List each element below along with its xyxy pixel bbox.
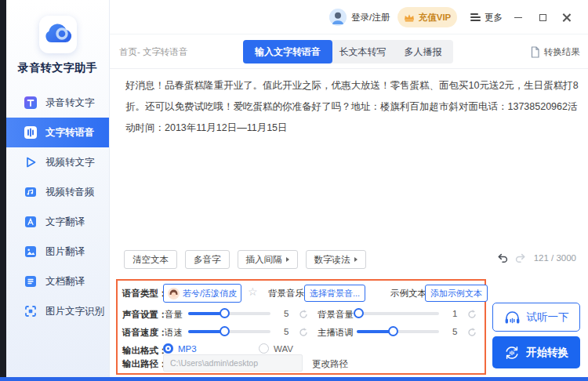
change-path-link[interactable]: 更改路径 bbox=[312, 358, 348, 370]
sidebar-item-text-translate[interactable]: 文字翻译 bbox=[6, 207, 109, 237]
maximize-icon bbox=[539, 14, 546, 21]
sidebar-item-label: 视频转音频 bbox=[45, 186, 95, 199]
tab-long-text[interactable]: 长文本转写 bbox=[332, 40, 393, 64]
minimize-button[interactable] bbox=[511, 10, 525, 24]
editor-toolbar: 清空文本 多音字 插入间隔 数字读法 121 / 3000 bbox=[110, 250, 588, 270]
tab-bar: 输入文字转语音 长文本转写 多人播报 bbox=[243, 40, 453, 64]
more-button[interactable]: 更多 bbox=[485, 12, 503, 24]
output-path-input[interactable] bbox=[163, 354, 303, 372]
result-doc-icon bbox=[530, 46, 540, 58]
cloud-logo-icon bbox=[43, 22, 73, 47]
close-button[interactable] bbox=[559, 10, 573, 24]
equalizer-icon bbox=[24, 125, 38, 140]
sidebar-item-label: 图片翻译 bbox=[45, 245, 85, 259]
vip-button[interactable]: 充值VIP bbox=[397, 7, 457, 27]
mp3-label: MP3 bbox=[178, 344, 197, 354]
sidebar-item-label: 录音转文字 bbox=[45, 96, 95, 110]
rate-value: 5 bbox=[284, 327, 289, 336]
app-title: 录音转文字助手 bbox=[6, 61, 109, 75]
menu-icon[interactable] bbox=[470, 13, 481, 21]
preview-button[interactable]: 试听一下 bbox=[492, 303, 580, 332]
polyphone-button[interactable]: 多音字 bbox=[185, 250, 230, 269]
settings-panel: 语音类型： 若兮/活泼俏皮 背景音乐 选择背景音... 示例文本 添加示例文本 bbox=[116, 279, 486, 375]
slider-thumb[interactable] bbox=[354, 308, 364, 318]
headphone-icon bbox=[504, 310, 521, 325]
titlebar: 登录/注册 充值VIP 更多 bbox=[110, 0, 588, 34]
voice-select-button[interactable]: 若兮/活泼俏皮 bbox=[163, 284, 241, 303]
right-triangle-icon bbox=[354, 257, 358, 262]
sidebar-item-label: 文档翻译 bbox=[45, 275, 85, 288]
sidebar-item-text-to-speech[interactable]: 文字转语音 bbox=[6, 118, 109, 147]
slider-thumb[interactable] bbox=[220, 326, 230, 336]
sidebar-item-label: 文字转语音 bbox=[45, 126, 95, 140]
breadcrumb: 首页- 文字转语音 bbox=[119, 34, 188, 69]
bg-volume-reset-icon[interactable] bbox=[467, 310, 477, 319]
slider-thumb[interactable] bbox=[220, 308, 230, 318]
letter-t-icon bbox=[24, 96, 38, 110]
char-counter: 121 / 3000 bbox=[534, 253, 576, 263]
output-path-label: 输出路径： bbox=[122, 358, 168, 370]
favorite-star-icon[interactable] bbox=[248, 285, 258, 298]
bg-volume-slider[interactable] bbox=[357, 312, 439, 315]
rate-reset-icon[interactable] bbox=[299, 328, 308, 337]
select-bgm-button[interactable]: 选择背景音... bbox=[304, 285, 365, 302]
insert-pause-label: 插入间隔 bbox=[246, 254, 282, 266]
volume-label: 音量 bbox=[165, 309, 183, 321]
tab-multi-speaker[interactable]: 多人播报 bbox=[393, 40, 453, 64]
clear-text-label: 清空文本 bbox=[132, 254, 169, 266]
vip-label: 充值VIP bbox=[419, 12, 452, 24]
tab-input-text-to-speech[interactable]: 输入文字转语音 bbox=[243, 40, 332, 64]
login-register-link[interactable]: 登录/注册 bbox=[351, 12, 390, 24]
rate-slider[interactable] bbox=[188, 330, 270, 333]
tone-label: 主播语调 bbox=[318, 327, 354, 339]
sidebar-item-label: 文字翻译 bbox=[45, 216, 85, 229]
sidebar-item-ocr[interactable]: 图片文字识别 bbox=[6, 296, 109, 326]
sidebar-item-label: 图片文字识别 bbox=[45, 305, 104, 318]
number-reading-button[interactable]: 数字读法 bbox=[306, 250, 366, 269]
sidebar: 录音转文字助手 录音转文字 文字转语音 bbox=[6, 0, 110, 377]
select-bgm-label: 选择背景音... bbox=[310, 288, 360, 299]
insert-pause-button[interactable]: 插入间隔 bbox=[238, 250, 298, 269]
translate-icon bbox=[24, 215, 38, 229]
convert-button[interactable]: 开始转换 bbox=[492, 336, 580, 368]
main-area: 登录/注册 充值VIP 更多 首页- 文字转语音 输入文字转语音 长文本转写 bbox=[110, 0, 588, 377]
clear-text-button[interactable]: 清空文本 bbox=[124, 250, 177, 269]
text-editor[interactable]: 好消息！品春蛋糕隆重开业了。值此开业之际，优惠大放送！零售蛋糕、面包买10元送2… bbox=[125, 75, 582, 139]
volume-slider[interactable] bbox=[188, 312, 270, 315]
result-label: 转换结果 bbox=[544, 46, 580, 58]
user-avatar[interactable] bbox=[329, 9, 347, 26]
tone-value: 5 bbox=[452, 327, 457, 336]
volume-value: 5 bbox=[284, 309, 289, 318]
convert-label: 开始转换 bbox=[526, 346, 568, 360]
number-reading-label: 数字读法 bbox=[314, 254, 350, 266]
voice-type-label: 语音类型： bbox=[122, 288, 168, 299]
sidebar-item-audio-to-text[interactable]: 录音转文字 bbox=[6, 88, 109, 118]
minimize-icon bbox=[514, 17, 522, 18]
crown-icon bbox=[404, 13, 415, 22]
sample-text-label: 示例文本 bbox=[390, 288, 426, 299]
close-icon bbox=[562, 13, 571, 22]
format-radio-mp3[interactable]: MP3 bbox=[163, 343, 197, 354]
conversion-result-button[interactable]: 转换结果 bbox=[530, 34, 580, 69]
voice-name: 若兮/活泼俏皮 bbox=[183, 288, 237, 299]
redo-icon[interactable] bbox=[515, 252, 527, 263]
window-bottom-edge bbox=[0, 377, 588, 381]
add-sample-text-button[interactable]: 添加示例文本 bbox=[425, 285, 488, 302]
app-logo bbox=[39, 16, 77, 53]
sidebar-menu: 录音转文字 文字转语音 视频转文字 bbox=[6, 88, 109, 326]
voice-avatar bbox=[168, 288, 180, 299]
sidebar-item-image-translate[interactable]: 图片翻译 bbox=[6, 237, 109, 267]
right-triangle-icon bbox=[286, 257, 289, 262]
undo-icon[interactable] bbox=[496, 252, 508, 263]
sidebar-item-doc-translate[interactable]: 文档翻译 bbox=[6, 267, 109, 296]
tone-reset-icon[interactable] bbox=[467, 328, 477, 337]
maximize-button[interactable] bbox=[535, 10, 550, 24]
sidebar-item-video-to-text[interactable]: 视频转文字 bbox=[6, 147, 109, 177]
volume-reset-icon[interactable] bbox=[299, 310, 308, 319]
document-icon bbox=[24, 274, 38, 288]
preview-label: 试听一下 bbox=[527, 310, 569, 325]
slider-thumb[interactable] bbox=[388, 326, 398, 336]
format-radio-wav[interactable]: WAV bbox=[259, 343, 293, 354]
tone-slider[interactable] bbox=[357, 330, 439, 333]
sidebar-item-video-to-audio[interactable]: 视频转音频 bbox=[6, 177, 109, 207]
